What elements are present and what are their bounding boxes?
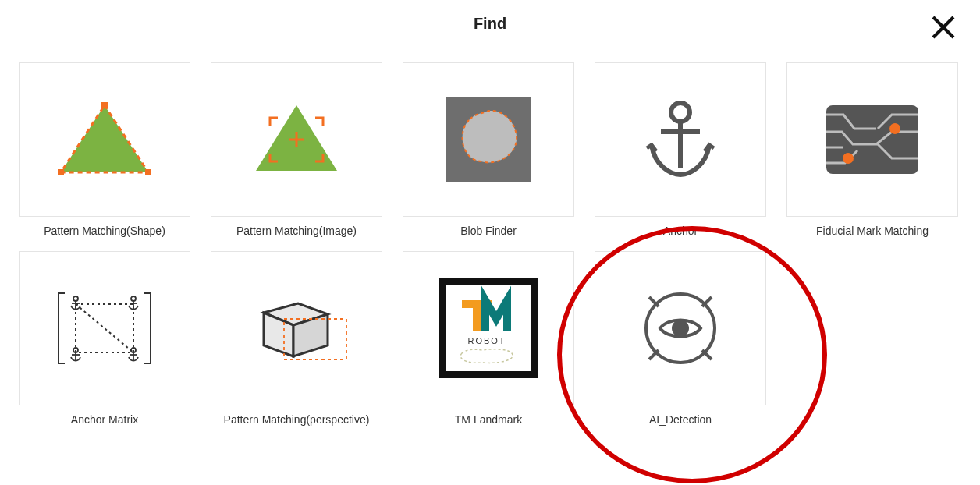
card-label: Fiducial Mark Matching (816, 225, 929, 237)
card-label: Blob Finder (460, 225, 517, 237)
cell-blob-finder: Blob Finder (403, 62, 574, 237)
card-label: Pattern Matching(perspective) (224, 413, 370, 426)
close-button[interactable] (930, 14, 957, 41)
blob-finder-icon (442, 93, 535, 186)
card-label: Anchor Matrix (71, 413, 138, 426)
card-pattern-matching-image[interactable] (211, 62, 382, 217)
cell-fiducial-mark: Fiducial Mark Matching (786, 62, 958, 237)
svg-point-22 (131, 296, 136, 301)
card-anchor[interactable] (595, 62, 766, 217)
card-label: Pattern Matching(Image) (236, 225, 357, 237)
anchor-matrix-icon (54, 285, 155, 371)
svg-rect-5 (145, 169, 151, 175)
cell-anchor: Anchor (595, 62, 766, 237)
card-pattern-matching-shape[interactable] (19, 62, 190, 217)
fiducial-mark-icon (822, 101, 923, 179)
svg-line-18 (76, 304, 133, 352)
ai-detection-icon (634, 281, 727, 375)
card-label: Anchor (663, 225, 698, 237)
pattern-perspective-icon (242, 289, 351, 367)
svg-point-15 (889, 123, 900, 134)
svg-rect-6 (58, 169, 64, 175)
pattern-image-icon (250, 101, 343, 179)
svg-marker-2 (61, 105, 148, 172)
card-label: Pattern Matching(Shape) (44, 225, 165, 237)
cell-pattern-matching-perspective: Pattern Matching(perspective) (211, 251, 382, 426)
pattern-shape-icon (58, 101, 151, 179)
svg-rect-37 (473, 300, 482, 331)
tm-landmark-icon: ROBOT (439, 278, 538, 378)
cell-tm-landmark: ROBOT TM Landmark (403, 251, 574, 426)
card-pattern-matching-perspective[interactable] (211, 251, 382, 405)
svg-point-39 (673, 321, 687, 335)
dialog-header: Find (0, 0, 980, 47)
svg-point-19 (73, 296, 78, 301)
anchor-icon (637, 97, 723, 182)
card-blob-finder[interactable] (403, 62, 574, 217)
card-fiducial-mark[interactable] (786, 62, 958, 217)
card-anchor-matrix[interactable] (19, 251, 190, 405)
find-grid: Pattern Matching(Shape) Pattern Matching… (0, 47, 980, 426)
svg-point-11 (671, 103, 690, 122)
dialog-title: Find (474, 15, 506, 33)
svg-rect-4 (101, 102, 108, 108)
card-label: TM Landmark (455, 413, 522, 426)
card-tm-landmark[interactable]: ROBOT (403, 251, 574, 405)
card-label: AI_Detection (649, 413, 712, 426)
cell-anchor-matrix: Anchor Matrix (19, 251, 190, 426)
cell-pattern-matching-shape: Pattern Matching(Shape) (19, 62, 190, 237)
cell-ai-detection: AI_Detection (595, 251, 766, 426)
svg-point-16 (843, 153, 854, 164)
card-ai-detection[interactable] (595, 251, 766, 405)
tm-landmark-subtext: ROBOT (467, 336, 506, 345)
cell-pattern-matching-image: Pattern Matching(Image) (211, 62, 382, 237)
close-icon (930, 14, 957, 41)
